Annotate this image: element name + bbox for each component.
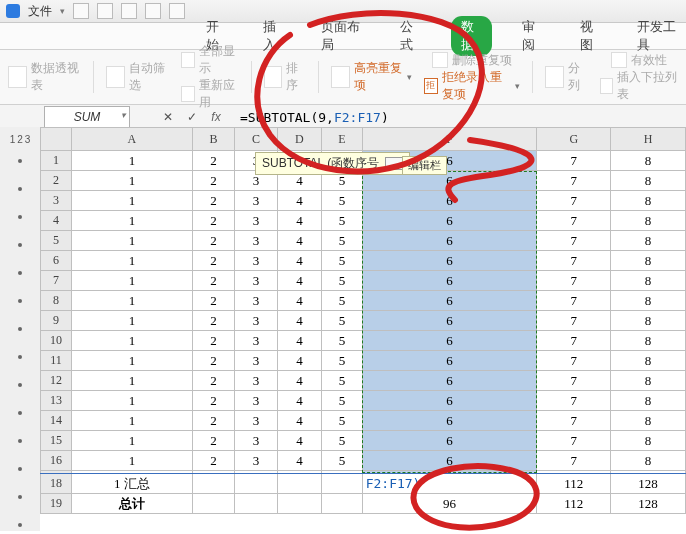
cell-D19[interactable] [277, 494, 321, 514]
outline-row-7[interactable] [0, 327, 40, 347]
cell-E14[interactable]: 5 [322, 411, 363, 431]
cell-D12[interactable]: 4 [277, 371, 321, 391]
row-header-10[interactable]: 10 [41, 331, 72, 351]
outline-row-11[interactable] [0, 439, 40, 459]
cell-F9[interactable]: 6 [362, 311, 537, 331]
col-header-E[interactable]: E [322, 128, 363, 151]
cell-F7[interactable]: 6 [362, 271, 537, 291]
col-header-A[interactable]: A [72, 128, 193, 151]
cell-F16[interactable]: 6 [362, 451, 537, 471]
cell-E12[interactable]: 5 [322, 371, 363, 391]
cell-D9[interactable]: 4 [277, 311, 321, 331]
cell-H13[interactable]: 8 [611, 391, 686, 411]
outline-row-5[interactable] [0, 271, 40, 291]
cell-A8[interactable]: 1 [72, 291, 193, 311]
cell-H7[interactable]: 8 [611, 271, 686, 291]
cell-A10[interactable]: 1 [72, 331, 193, 351]
row-header-6[interactable]: 6 [41, 251, 72, 271]
quick-access-3-icon[interactable] [121, 3, 137, 19]
cell-H18[interactable]: 128 [611, 474, 686, 494]
outline-row-8[interactable] [0, 355, 40, 375]
cell-G19[interactable]: 112 [537, 494, 611, 514]
cell-B18[interactable] [192, 474, 234, 494]
file-menu-chevron-icon[interactable]: ▾ [60, 6, 65, 16]
cell-D15[interactable]: 4 [277, 431, 321, 451]
cell-F6[interactable]: 6 [362, 251, 537, 271]
quick-access-4-icon[interactable] [145, 3, 161, 19]
reject-dup-button[interactable]: 拒 拒绝录入重复项 ▾ [424, 69, 520, 103]
cell-H9[interactable]: 8 [611, 311, 686, 331]
cell-F8[interactable]: 6 [362, 291, 537, 311]
file-menu[interactable]: 文件 [28, 3, 52, 20]
cancel-formula-button[interactable]: ✕ [160, 109, 176, 125]
hint-expand-button[interactable]: ... [385, 157, 403, 170]
cell-G3[interactable]: 7 [537, 191, 611, 211]
cell-E3[interactable]: 5 [322, 191, 363, 211]
cell-B2[interactable]: 2 [192, 171, 234, 191]
cell-G13[interactable]: 7 [537, 391, 611, 411]
tab-insert[interactable]: 插入 [257, 15, 290, 57]
cell-E6[interactable]: 5 [322, 251, 363, 271]
cell-C7[interactable]: 3 [235, 271, 277, 291]
cell-F5[interactable]: 6 [362, 231, 537, 251]
cell-B3[interactable]: 2 [192, 191, 234, 211]
fx-button[interactable]: fx [208, 109, 224, 125]
cell-D13[interactable]: 4 [277, 391, 321, 411]
cell-F12[interactable]: 6 [362, 371, 537, 391]
cell-A11[interactable]: 1 [72, 351, 193, 371]
cell-D3[interactable]: 4 [277, 191, 321, 211]
cell-C13[interactable]: 3 [235, 391, 277, 411]
row-header-3[interactable]: 3 [41, 191, 72, 211]
spreadsheet-grid[interactable]: ABCDEFGH11234567821234567831234567841234… [40, 127, 686, 534]
cell-G7[interactable]: 7 [537, 271, 611, 291]
cell-C18[interactable] [235, 474, 277, 494]
cell-A14[interactable]: 1 [72, 411, 193, 431]
col-header-F[interactable]: F [362, 128, 537, 151]
cell-F15[interactable]: 6 [362, 431, 537, 451]
cell-A2[interactable]: 1 [72, 171, 193, 191]
cell-B14[interactable]: 2 [192, 411, 234, 431]
cell-G6[interactable]: 7 [537, 251, 611, 271]
cell-E18[interactable] [322, 474, 363, 494]
cell-H4[interactable]: 8 [611, 211, 686, 231]
outline-level-3[interactable]: 3 [25, 134, 31, 145]
cell-A18[interactable]: 1 汇总 [72, 474, 193, 494]
sort-button[interactable]: 排序 [264, 60, 307, 94]
row-header-7[interactable]: 7 [41, 271, 72, 291]
outline-row-14[interactable] [0, 523, 40, 534]
outline-row-1[interactable] [0, 159, 40, 179]
cell-F13[interactable]: 6 [362, 391, 537, 411]
col-header-G[interactable]: G [537, 128, 611, 151]
cell-A6[interactable]: 1 [72, 251, 193, 271]
cell-E9[interactable]: 5 [322, 311, 363, 331]
cell-B16[interactable]: 2 [192, 451, 234, 471]
cell-D6[interactable]: 4 [277, 251, 321, 271]
cell-H8[interactable]: 8 [611, 291, 686, 311]
accept-formula-button[interactable]: ✓ [184, 109, 200, 125]
cell-B13[interactable]: 2 [192, 391, 234, 411]
outline-row-4[interactable] [0, 243, 40, 263]
cell-C5[interactable]: 3 [235, 231, 277, 251]
autofilter-button[interactable]: 自动筛选 [106, 60, 169, 94]
cell-B15[interactable]: 2 [192, 431, 234, 451]
text-to-cols-button[interactable]: 分列 [545, 60, 588, 94]
cell-D7[interactable]: 4 [277, 271, 321, 291]
cell-A7[interactable]: 1 [72, 271, 193, 291]
tab-formula[interactable]: 公式 [394, 15, 427, 57]
cell-B6[interactable]: 2 [192, 251, 234, 271]
validation-button[interactable]: 有效性 [611, 52, 667, 69]
outline-row-13[interactable] [0, 495, 40, 515]
cell-A3[interactable]: 1 [72, 191, 193, 211]
cell-B10[interactable]: 2 [192, 331, 234, 351]
cell-E10[interactable]: 5 [322, 331, 363, 351]
outline-row-12[interactable] [0, 467, 40, 487]
cell-D14[interactable]: 4 [277, 411, 321, 431]
formula-input[interactable]: =SUBTOTAL(9,F2:F17) [234, 107, 686, 127]
outline-row-6[interactable] [0, 299, 40, 319]
cell-G18[interactable]: 112 [537, 474, 611, 494]
cell-H19[interactable]: 128 [611, 494, 686, 514]
cell-E4[interactable]: 5 [322, 211, 363, 231]
cell-E7[interactable]: 5 [322, 271, 363, 291]
name-box[interactable]: SUM ▾ [44, 106, 130, 128]
row-header-4[interactable]: 4 [41, 211, 72, 231]
